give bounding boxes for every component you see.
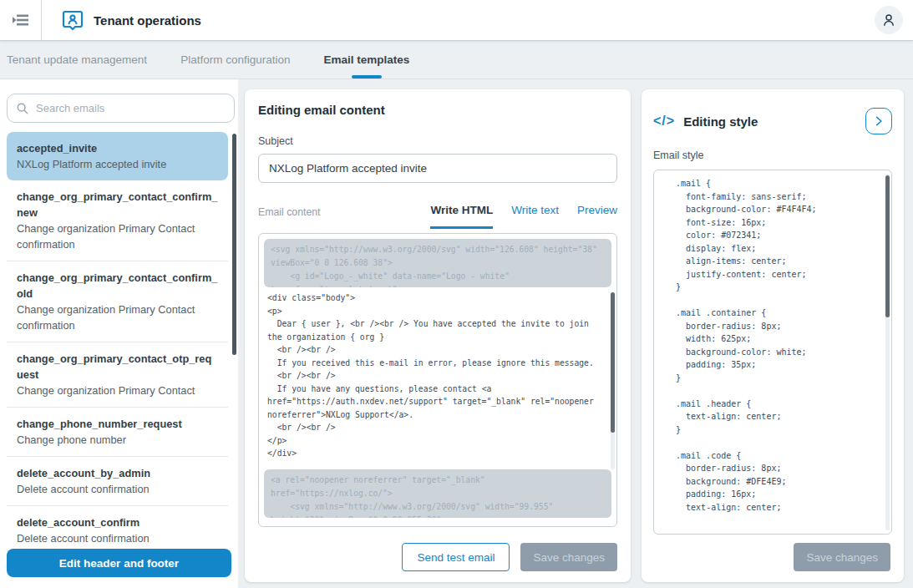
tab-email-templates[interactable]: Email templates — [323, 40, 409, 79]
top-bar: Tenant operations — [0, 0, 913, 40]
tab-write-html[interactable]: Write HTML — [430, 204, 493, 221]
section-tab-bar: Tenant update management Platform config… — [0, 40, 913, 79]
active-tab-underline — [352, 75, 382, 79]
subject-label: Subject — [258, 135, 617, 147]
user-avatar-button[interactable] — [875, 6, 903, 34]
sidebar-scrollbar[interactable] — [232, 134, 236, 543]
editor-scrollbar-thumb[interactable] — [611, 292, 615, 433]
list-item-change-org-primary-contact-confirm-new[interactable]: change_org_primary_contact_confirm_new C… — [7, 180, 228, 261]
page-title: Tenant operations — [94, 13, 201, 28]
sidebar-scrollbar-thumb[interactable] — [232, 134, 236, 355]
code-icon: </> — [653, 114, 675, 129]
edit-header-and-footer-button[interactable]: Edit header and footer — [7, 549, 231, 577]
search-emails-input[interactable] — [36, 102, 226, 114]
css-editor-scrollbar[interactable] — [885, 174, 890, 530]
search-icon — [16, 102, 29, 115]
template-list: accepted_invite NXLog Platform accepted … — [0, 132, 238, 550]
sidebar-toggle-button[interactable] — [0, 0, 42, 40]
tab-write-text[interactable]: Write text — [511, 204, 559, 221]
html-editor[interactable]: <svg xmlns="http://www.w3.org/2000/svg" … — [258, 233, 617, 527]
save-changes-button[interactable]: Save changes — [520, 543, 617, 571]
editor-scrollbar[interactable] — [611, 292, 615, 469]
collapse-panel-button[interactable] — [865, 108, 892, 134]
editor-mode-tabs: Write HTML Write text Preview — [430, 204, 617, 221]
readonly-footer-code: <a rel="noopener noreferrer" target="_bl… — [264, 469, 611, 518]
person-icon — [881, 13, 896, 28]
editing-style-panel: </> Editing style Email style .mail { fo… — [642, 89, 904, 582]
editing-email-content-panel: Editing email content Subject Email cont… — [245, 89, 631, 582]
content-panel-title: Editing email content — [258, 103, 617, 117]
list-item-accepted-invite[interactable]: accepted_invite NXLog Platform accepted … — [7, 132, 228, 180]
menu-open-icon — [11, 10, 31, 30]
tab-platform-configuration[interactable]: Platform configuration — [180, 40, 290, 79]
style-panel-title: Editing style — [683, 114, 758, 129]
save-style-changes-button[interactable]: Save changes — [794, 543, 890, 571]
email-style-label: Email style — [653, 150, 892, 161]
email-body-code-editor[interactable]: <div class="body"> <p> Dear { user }, <b… — [264, 287, 611, 469]
email-content-label: Email content — [258, 206, 321, 221]
tenant-badge-icon — [62, 9, 84, 31]
list-item-change-org-primary-contact-confirm-old[interactable]: change_org_primary_contact_confirm_old C… — [7, 261, 228, 342]
email-template-sidebar: accepted_invite NXLog Platform accepted … — [0, 79, 238, 588]
list-item-change-phone-number-request[interactable]: change_phone_number_request Change phone… — [7, 408, 228, 457]
list-item-change-org-primary-contact-otp-request[interactable]: change_org_primary_contact_otp_request C… — [7, 342, 228, 408]
list-item-delete-account-by-admin[interactable]: delete_account_by_admin Delete account c… — [7, 457, 228, 506]
css-editor[interactable]: .mail { font-family: sans-serif; backgro… — [653, 170, 892, 535]
search-emails-box[interactable] — [7, 94, 235, 123]
tab-tenant-update-management[interactable]: Tenant update management — [7, 40, 147, 79]
readonly-header-code: <svg xmlns="http://www.w3.org/2000/svg" … — [264, 239, 611, 287]
css-scrollbar-thumb[interactable] — [885, 175, 890, 317]
tab-preview[interactable]: Preview — [577, 204, 617, 221]
chevron-right-icon — [873, 115, 885, 127]
subject-input[interactable] — [258, 154, 617, 183]
list-item-delete-account-confirm[interactable]: delete_account_confirm Delete account co… — [7, 506, 228, 550]
send-test-email-button[interactable]: Send test email — [402, 543, 510, 571]
css-code-content[interactable]: .mail { font-family: sans-serif; backgro… — [666, 177, 886, 527]
